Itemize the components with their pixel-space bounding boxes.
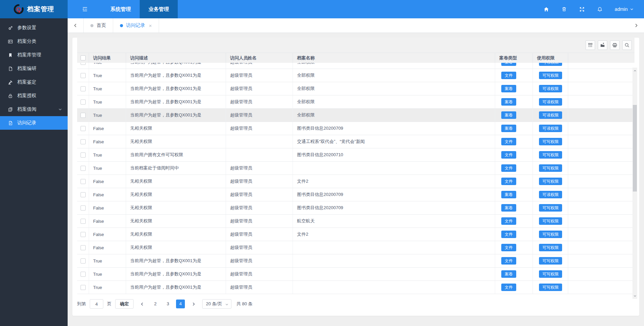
fullscreen-icon[interactable] xyxy=(579,6,585,12)
goto-confirm-button[interactable]: 确定 xyxy=(115,299,134,309)
bell-icon[interactable] xyxy=(597,6,603,12)
sidebar-item-label: 档案分类 xyxy=(17,38,36,44)
columns-button[interactable] xyxy=(586,40,595,50)
export-button[interactable] xyxy=(598,40,607,50)
table-row: True当前用户为超管，且参数QX001为是超级管理员案卷可写权限 xyxy=(77,268,634,281)
cell-visitor-name: 超级管理员 xyxy=(226,162,293,175)
row-checkbox[interactable] xyxy=(81,219,86,224)
tabs-scroll-right-icon[interactable] xyxy=(628,18,644,33)
svg-text:Q: Q xyxy=(16,6,21,13)
page-number-3[interactable]: 3 xyxy=(163,300,172,308)
table-row: False无相关权限超级管理员文件可写权限 xyxy=(77,241,634,254)
page-size-select[interactable]: 20 条/页 xyxy=(202,299,231,309)
table-row: False无相关权限超级管理员图书类目信息20200709案卷可读权限 xyxy=(77,188,634,201)
scrollbar-thumb[interactable] xyxy=(633,105,637,192)
cell-access-result: True xyxy=(89,109,126,122)
cell-archive-name: 文件2 xyxy=(293,175,495,188)
use-permission-badge: 可写权限 xyxy=(539,164,562,172)
cell-file-type: 案卷 xyxy=(495,63,533,69)
sidebar-item-borrow[interactable]: 档案借阅 xyxy=(0,103,68,116)
row-checkbox[interactable] xyxy=(81,126,86,131)
table-row: False无相关权限超级管理员文件2文件可写权限 xyxy=(77,175,634,188)
row-checkbox[interactable] xyxy=(81,73,86,78)
cell-file-type: 案卷 xyxy=(495,82,533,95)
next-page-icon[interactable] xyxy=(189,302,198,306)
cell-archive-name: 全部权限 xyxy=(293,63,495,69)
cell-access-desc: 当前用户为超管，且参数QX001为是 xyxy=(126,69,226,82)
use-permission-badge: 可写权限 xyxy=(539,244,562,251)
row-checkbox[interactable] xyxy=(81,152,86,158)
prev-page-icon[interactable] xyxy=(137,302,147,306)
row-checkbox[interactable] xyxy=(81,63,86,65)
sidebar-item-authorize[interactable]: 档案授权 xyxy=(0,89,68,103)
sidebar-item-research[interactable]: 档案编研 xyxy=(0,62,68,75)
scroll-down-icon[interactable] xyxy=(632,293,637,298)
page-number-2[interactable]: 2 xyxy=(151,300,160,308)
table-card: 访问结果 访问描述 访问人员姓名 档案名称 案卷类型 使用权限 True当前用户… xyxy=(72,38,639,316)
cell-use-permission: 可写权限 xyxy=(533,135,568,148)
menu-collapse-icon[interactable] xyxy=(82,6,88,12)
borrow-icon xyxy=(7,107,13,112)
table-row: False无相关权限超级管理员文件2文件可写权限 xyxy=(77,228,634,241)
row-checkbox[interactable] xyxy=(81,192,86,197)
row-checkbox[interactable] xyxy=(81,258,86,264)
menu-item-business[interactable]: 业务管理 xyxy=(140,0,178,18)
cell-archive-name: 图书类目信息20200709 xyxy=(293,188,495,201)
cell-access-desc: 当前用户拥有文件可写权限 xyxy=(126,148,226,161)
cell-archive-name xyxy=(293,281,495,294)
select-all-checkbox[interactable] xyxy=(81,55,86,60)
tab-home[interactable]: 首页 xyxy=(83,18,113,33)
row-checkbox[interactable] xyxy=(81,245,86,250)
cell-access-desc: 当前用户为超管，且参数QX001为是 xyxy=(126,254,226,267)
row-checkbox[interactable] xyxy=(81,205,86,211)
tab-access-records[interactable]: 访问记录 × xyxy=(113,18,159,33)
sidebar-item-label: 参数设置 xyxy=(17,25,36,31)
cell-file-type: 文件 xyxy=(495,254,533,267)
search-button[interactable] xyxy=(622,40,632,50)
vertical-scrollbar[interactable] xyxy=(632,68,637,299)
table-row: True当前档案处于借阅时间中超级管理员文件可写权限 xyxy=(77,162,634,175)
use-permission-badge: 可写权限 xyxy=(539,151,562,159)
row-checkbox[interactable] xyxy=(81,285,86,290)
sidebar-item-access-records[interactable]: 访问记录 xyxy=(0,116,68,130)
sidebar-item-params[interactable]: 参数设置 xyxy=(0,21,68,35)
table-row: True当前用户为超管，且参数QX001为是超级管理员全部权限案卷可读权限 xyxy=(77,63,634,69)
cell-visitor-name xyxy=(226,148,293,161)
row-checkbox[interactable] xyxy=(81,113,86,118)
cell-access-result: True xyxy=(89,268,126,280)
goto-page-input[interactable] xyxy=(90,299,103,309)
cell-use-permission: 可写权限 xyxy=(533,228,568,241)
gears-icon xyxy=(7,25,13,31)
trash-icon[interactable] xyxy=(561,6,567,12)
menu-item-system[interactable]: 系统管理 xyxy=(102,0,140,18)
close-icon[interactable]: × xyxy=(149,23,152,28)
cell-archive-name: 航空航天 xyxy=(293,215,495,228)
scroll-up-icon[interactable] xyxy=(632,68,637,73)
sidebar-item-classify[interactable]: 档案分类 xyxy=(0,35,68,48)
file-type-badge: 文件 xyxy=(501,217,516,225)
cell-archive-name xyxy=(293,254,495,267)
user-menu[interactable]: admin xyxy=(615,6,634,12)
file-type-badge: 案卷 xyxy=(501,85,516,92)
cell-access-result: False xyxy=(89,215,126,228)
app-root: Q 档案管理 系统管理 业务管理 xyxy=(0,0,644,326)
row-checkbox[interactable] xyxy=(81,99,86,105)
row-checkbox[interactable] xyxy=(81,86,86,91)
sidebar-item-repository[interactable]: 档案库管理 xyxy=(0,48,68,62)
row-checkbox[interactable] xyxy=(81,166,86,171)
print-button[interactable] xyxy=(610,40,620,50)
file-type-badge: 文件 xyxy=(501,257,516,265)
tabs-scroll-left-icon[interactable] xyxy=(68,18,83,33)
sidebar-item-label: 档案鉴定 xyxy=(17,79,36,85)
cell-visitor-name: 超级管理员 xyxy=(226,201,293,214)
row-checkbox[interactable] xyxy=(81,232,86,237)
row-checkbox[interactable] xyxy=(81,179,86,184)
cell-access-desc: 当前用户为超管，且参数QX001为是 xyxy=(126,82,226,95)
sidebar-item-appraisal[interactable]: 档案鉴定 xyxy=(0,75,68,89)
row-checkbox[interactable] xyxy=(81,272,86,277)
cell-archive-name xyxy=(293,241,495,254)
row-checkbox[interactable] xyxy=(81,139,86,144)
table-row: True当前用户拥有文件可写权限图书类目信息20200710文件可写权限 xyxy=(77,148,634,162)
page-number-4-active[interactable]: 4 xyxy=(176,300,185,308)
home-icon[interactable] xyxy=(543,6,549,12)
